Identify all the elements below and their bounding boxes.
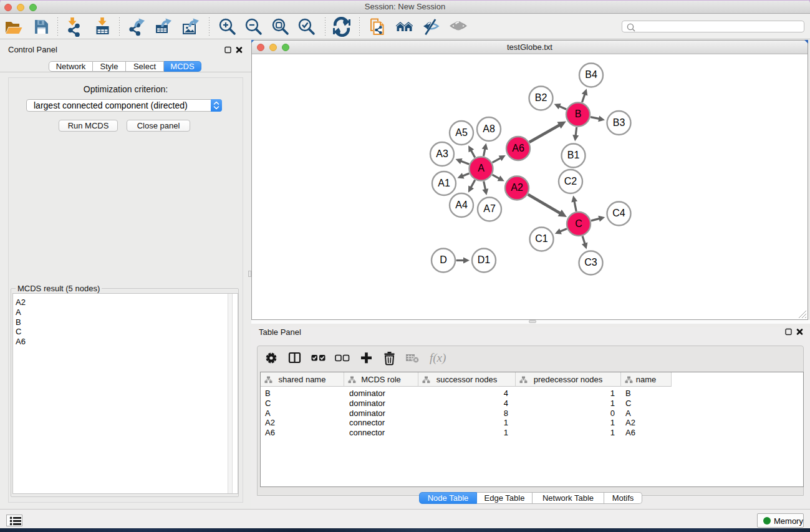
svg-text:A1: A1 (438, 178, 450, 188)
svg-text:A4: A4 (455, 200, 468, 210)
svg-text:A6: A6 (512, 143, 524, 153)
svg-text:C: C (575, 218, 582, 229)
svg-text:C1: C1 (535, 233, 548, 244)
svg-text:B2: B2 (535, 92, 547, 103)
svg-text:B3: B3 (613, 117, 625, 128)
svg-text:B1: B1 (567, 150, 580, 160)
svg-text:D1: D1 (478, 254, 491, 265)
svg-text:A3: A3 (436, 148, 448, 159)
svg-text:A: A (478, 163, 485, 173)
svg-text:A8: A8 (483, 123, 495, 134)
svg-text:D: D (440, 254, 447, 265)
svg-text:f(x): f(x) (430, 351, 446, 365)
svg-text:B: B (575, 109, 582, 119)
svg-text:A2: A2 (511, 182, 523, 193)
svg-text:C2: C2 (564, 176, 577, 186)
svg-text:A5: A5 (455, 127, 468, 138)
svg-text:C3: C3 (584, 257, 597, 268)
svg-text:B4: B4 (585, 69, 597, 80)
svg-text:C4: C4 (612, 208, 625, 218)
svg-text:A7: A7 (483, 203, 496, 214)
